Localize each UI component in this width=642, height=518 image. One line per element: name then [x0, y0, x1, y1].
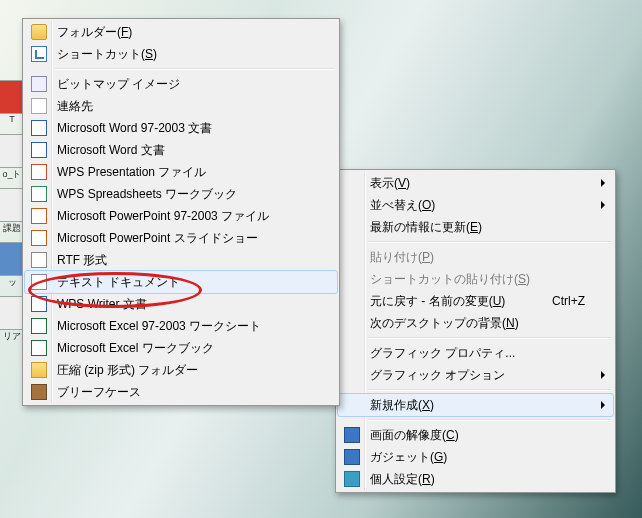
desktop-icon[interactable]: ッ [2, 242, 22, 290]
menu-separator [368, 337, 611, 339]
menu-label: Microsoft PowerPoint 97-2003 ファイル [57, 208, 269, 225]
rtf-icon [31, 252, 47, 268]
new-shortcut[interactable]: ショートカット(S) [25, 43, 337, 65]
menu-label: グラフィック プロパティ... [370, 345, 515, 362]
menu-label: 新規作成(X) [370, 397, 434, 414]
desktop-icon[interactable]: o_ト [2, 134, 22, 182]
submenu-arrow-icon [601, 371, 605, 379]
resolution-icon [344, 427, 360, 443]
menu-personalize[interactable]: 個人設定(R) [338, 468, 613, 490]
new-excel-97-2003[interactable]: Microsoft Excel 97-2003 ワークシート [25, 315, 337, 337]
desktop-icon[interactable]: リア [2, 296, 22, 344]
new-wps-writer[interactable]: WPS Writer 文書 [25, 293, 337, 315]
menu-label: ショートカットの貼り付け(S) [370, 271, 530, 288]
menu-label: WPS Writer 文書 [57, 296, 147, 313]
new-submenu: フォルダー(F) ショートカット(S) ビットマップ イメージ 連絡先 Micr… [22, 18, 340, 406]
new-zip-folder[interactable]: 圧縮 (zip 形式) フォルダー [25, 359, 337, 381]
menu-label: グラフィック オプション [370, 367, 505, 384]
powerpoint-icon [31, 230, 47, 246]
menu-label: ブリーフケース [57, 384, 141, 401]
menu-label: テキスト ドキュメント [57, 274, 180, 291]
new-word-97-2003[interactable]: Microsoft Word 97-2003 文書 [25, 117, 337, 139]
new-folder[interactable]: フォルダー(F) [25, 21, 337, 43]
new-wps-spreadsheets[interactable]: WPS Spreadsheets ワークブック [25, 183, 337, 205]
menu-label: Microsoft Word 97-2003 文書 [57, 120, 212, 137]
new-powerpoint-slideshow[interactable]: Microsoft PowerPoint スライドショー [25, 227, 337, 249]
menu-next-background[interactable]: 次のデスクトップの背景(N) [338, 312, 613, 334]
zip-icon [31, 362, 47, 378]
new-wps-presentation[interactable]: WPS Presentation ファイル [25, 161, 337, 183]
personalize-icon [344, 471, 360, 487]
menu-label: 次のデスクトップの背景(N) [370, 315, 519, 332]
desktop-icon[interactable]: 課題 [2, 188, 22, 236]
menu-paste: 貼り付け(P) [338, 246, 613, 268]
menu-label: フォルダー(F) [57, 24, 132, 41]
submenu-arrow-icon [601, 201, 605, 209]
menu-new[interactable]: 新規作成(X) [337, 393, 614, 417]
menu-label: 貼り付け(P) [370, 249, 434, 266]
menu-separator [55, 68, 335, 70]
menu-graphics-properties[interactable]: グラフィック プロパティ... [338, 342, 613, 364]
desktop-background[interactable]: T o_ト 課題 ッ リア 表示(V) 並べ替え(O) 最新の情報に更新(E) … [0, 0, 642, 518]
wps-presentation-icon [31, 164, 47, 180]
menu-label: Microsoft Word 文書 [57, 142, 165, 159]
menu-label: Microsoft Excel ワークブック [57, 340, 214, 357]
menu-label: WPS Spreadsheets ワークブック [57, 186, 237, 203]
menu-label: ガジェット(G) [370, 449, 447, 466]
new-briefcase[interactable]: ブリーフケース [25, 381, 337, 403]
menu-label: 画面の解像度(C) [370, 427, 459, 444]
menu-view[interactable]: 表示(V) [338, 172, 613, 194]
bitmap-icon [31, 76, 47, 92]
menu-separator [368, 419, 611, 421]
contact-icon [31, 98, 47, 114]
menu-refresh[interactable]: 最新の情報に更新(E) [338, 216, 613, 238]
desktop-icon[interactable]: T [2, 80, 22, 128]
powerpoint-icon [31, 208, 47, 224]
menu-undo[interactable]: 元に戻す - 名前の変更(U) Ctrl+Z [338, 290, 613, 312]
menu-gadget[interactable]: ガジェット(G) [338, 446, 613, 468]
submenu-arrow-icon [601, 401, 605, 409]
word-icon [31, 142, 47, 158]
briefcase-icon [31, 384, 47, 400]
menu-label: Microsoft Excel 97-2003 ワークシート [57, 318, 261, 335]
menu-separator [368, 241, 611, 243]
new-word[interactable]: Microsoft Word 文書 [25, 139, 337, 161]
new-powerpoint-97-2003[interactable]: Microsoft PowerPoint 97-2003 ファイル [25, 205, 337, 227]
new-bitmap[interactable]: ビットマップ イメージ [25, 73, 337, 95]
wps-spreadsheets-icon [31, 186, 47, 202]
new-contact[interactable]: 連絡先 [25, 95, 337, 117]
menu-label: WPS Presentation ファイル [57, 164, 206, 181]
new-rtf[interactable]: RTF 形式 [25, 249, 337, 271]
menu-sort[interactable]: 並べ替え(O) [338, 194, 613, 216]
menu-accelerator: Ctrl+Z [552, 294, 585, 308]
menu-label: 連絡先 [57, 98, 93, 115]
text-icon [31, 274, 47, 290]
menu-label: Microsoft PowerPoint スライドショー [57, 230, 258, 247]
menu-label: 並べ替え(O) [370, 197, 435, 214]
shortcut-icon [31, 46, 47, 62]
folder-icon [31, 24, 47, 40]
menu-label: RTF 形式 [57, 252, 107, 269]
desktop-context-menu: 表示(V) 並べ替え(O) 最新の情報に更新(E) 貼り付け(P) ショートカッ… [335, 169, 616, 493]
gadget-icon [344, 449, 360, 465]
menu-label: 元に戻す - 名前の変更(U) [370, 293, 505, 310]
menu-label: ビットマップ イメージ [57, 76, 180, 93]
menu-label: ショートカット(S) [57, 46, 157, 63]
menu-label: 表示(V) [370, 175, 410, 192]
new-excel[interactable]: Microsoft Excel ワークブック [25, 337, 337, 359]
excel-icon [31, 318, 47, 334]
new-text-document[interactable]: テキスト ドキュメント [24, 270, 338, 294]
menu-label: 個人設定(R) [370, 471, 435, 488]
desktop-icons-strip: T o_ト 課題 ッ リア [2, 80, 22, 350]
excel-icon [31, 340, 47, 356]
menu-label: 圧縮 (zip 形式) フォルダー [57, 362, 198, 379]
menu-separator [368, 389, 611, 391]
menu-resolution[interactable]: 画面の解像度(C) [338, 424, 613, 446]
word-icon [31, 120, 47, 136]
submenu-arrow-icon [601, 179, 605, 187]
wps-writer-icon [31, 296, 47, 312]
menu-label: 最新の情報に更新(E) [370, 219, 482, 236]
menu-graphics-option[interactable]: グラフィック オプション [338, 364, 613, 386]
menu-paste-shortcut: ショートカットの貼り付け(S) [338, 268, 613, 290]
